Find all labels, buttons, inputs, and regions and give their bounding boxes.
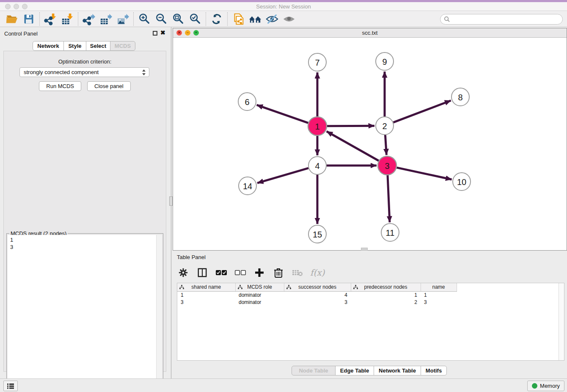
svg-text:8: 8 <box>458 93 462 102</box>
table-row[interactable]: 1dominator411 <box>177 291 457 298</box>
import-network-icon[interactable] <box>42 12 59 26</box>
export-table-icon[interactable] <box>97 12 114 26</box>
column-header-MCDS-role[interactable]: MCDS role <box>235 283 284 291</box>
graph-node-14[interactable]: 14 <box>239 177 256 195</box>
tab-node-table[interactable]: Node Table <box>292 366 336 375</box>
table-scrollbar[interactable] <box>559 283 564 360</box>
memory-button[interactable]: Memory <box>527 381 564 391</box>
svg-text:4: 4 <box>315 161 319 171</box>
graph-node-1[interactable]: 1 <box>308 117 327 135</box>
graph-node-11[interactable]: 11 <box>381 224 399 241</box>
graph-node-4[interactable]: 4 <box>308 157 326 174</box>
column-settings-gear-icon[interactable] <box>177 266 190 279</box>
table-cell[interactable]: 3 <box>177 298 235 306</box>
select-stepper-icon <box>142 69 146 76</box>
graph-node-7[interactable]: 7 <box>308 53 326 71</box>
tab-select[interactable]: Select <box>86 41 110 51</box>
application-window: Session: New Session <box>0 0 567 392</box>
zoom-in-icon[interactable] <box>136 12 153 26</box>
toolbar-separator <box>133 12 134 26</box>
optimization-criterion-select[interactable]: strongly connected component <box>19 67 149 77</box>
graph-node-6[interactable]: 6 <box>238 93 256 110</box>
table-cell[interactable]: 4 <box>284 291 351 298</box>
close-panel-icon[interactable]: ✖ <box>160 30 165 36</box>
delete-column-icon[interactable] <box>272 266 285 279</box>
tab-motifs[interactable]: Motifs <box>421 366 447 375</box>
run-mcds-button[interactable]: Run MCDS <box>39 81 81 91</box>
table-row[interactable]: 3dominator323 <box>177 298 457 306</box>
table-cell[interactable]: 1 <box>421 291 457 298</box>
network-canvas[interactable]: 7968124314101511 <box>173 38 567 250</box>
clone-network-icon[interactable] <box>230 12 247 26</box>
show-panels-list-button[interactable] <box>3 381 18 391</box>
zoom-out-icon[interactable] <box>153 12 170 26</box>
svg-text:2: 2 <box>382 121 387 131</box>
function-builder-icon[interactable]: f(x) <box>310 268 325 278</box>
network-window-title: scc.txt <box>173 30 567 36</box>
graph-node-3[interactable]: 3 <box>378 156 396 175</box>
network-window-titlebar[interactable]: ✕ − + scc.txt <box>173 28 567 38</box>
tab-style[interactable]: Style <box>63 41 86 51</box>
import-table-icon[interactable] <box>59 12 76 26</box>
zoom-fit-icon[interactable] <box>170 12 187 26</box>
open-file-icon[interactable] <box>3 12 20 26</box>
panel-splitter-handle[interactable] <box>169 196 173 206</box>
os-titlebar: Session: New Session <box>0 2 567 11</box>
select-all-checkboxes-icon[interactable] <box>215 266 228 279</box>
create-column-icon[interactable] <box>253 266 266 279</box>
float-panel-icon[interactable] <box>153 31 157 36</box>
graph-edge-2-3[interactable] <box>385 135 386 155</box>
column-header-successor-nodes[interactable]: successor nodes <box>284 283 351 291</box>
column-header-shared-name[interactable]: shared name <box>177 283 235 291</box>
zoom-selected-icon[interactable] <box>187 12 204 26</box>
column-header-name[interactable]: name <box>421 283 457 291</box>
mcds-result-list[interactable]: 13 <box>8 235 156 391</box>
graph-node-8[interactable]: 8 <box>451 88 469 106</box>
tab-network[interactable]: Network <box>33 41 64 51</box>
save-session-icon[interactable] <box>20 12 37 26</box>
graph-node-2[interactable]: 2 <box>376 117 394 135</box>
tab-network-table[interactable]: Network Table <box>374 366 421 375</box>
tab-edge-table[interactable]: Edge Table <box>335 366 374 375</box>
svg-text:7: 7 <box>315 58 319 67</box>
graph-edge-4-14[interactable] <box>257 168 308 183</box>
table-cell[interactable]: 3 <box>421 298 457 306</box>
graph-edge-3-1[interactable] <box>327 131 379 160</box>
control-panel-tabs: NetworkStyleSelectMCDS <box>33 41 135 51</box>
selected-option-label: strongly connected component <box>24 69 99 75</box>
result-scrollbar[interactable] <box>156 235 162 391</box>
close-panel-button[interactable]: Close panel <box>87 81 131 91</box>
table-cell[interactable]: 1 <box>177 291 235 298</box>
graph-node-15[interactable]: 15 <box>308 225 326 243</box>
table-cell[interactable]: 1 <box>351 291 421 298</box>
graph-edge-3-11[interactable] <box>388 175 390 222</box>
svg-text:1: 1 <box>315 122 319 131</box>
mcds-result-group: MCDS result (2 nodes) 13 <box>6 233 163 392</box>
graph-edge-3-10[interactable] <box>396 168 451 179</box>
graph-edge-1-6[interactable] <box>257 105 308 123</box>
deselect-all-checkboxes-icon[interactable] <box>234 266 247 279</box>
table-cell[interactable]: dominator <box>235 291 284 298</box>
toggle-column-view-icon[interactable] <box>196 266 209 279</box>
node-table-grid[interactable]: shared nameMCDS rolesuccessor nodesprede… <box>177 283 457 306</box>
list-icon <box>7 383 14 389</box>
graph-node-9[interactable]: 9 <box>376 52 394 70</box>
hide-details-icon[interactable] <box>264 12 281 26</box>
export-network-icon[interactable] <box>80 12 97 26</box>
network-resize-grip[interactable] <box>361 248 368 251</box>
table-cell[interactable]: dominator <box>235 298 284 306</box>
first-neighbors-icon[interactable] <box>247 12 264 26</box>
search-input[interactable] <box>440 14 563 25</box>
table-cell[interactable]: 3 <box>284 298 351 306</box>
show-details-icon[interactable] <box>281 12 297 26</box>
table-cell[interactable]: 2 <box>351 298 421 306</box>
export-image-icon[interactable] <box>114 12 131 26</box>
tab-mcds[interactable]: MCDS <box>110 41 135 51</box>
delete-table-icon[interactable] <box>291 266 304 279</box>
graph-edge-2-8[interactable] <box>394 101 451 123</box>
mcds-panel: Optimization criterion: strongly connect… <box>3 51 166 372</box>
apply-layout-icon[interactable] <box>208 12 225 26</box>
graph-edge-1-2[interactable] <box>327 126 374 126</box>
graph-node-10[interactable]: 10 <box>453 173 471 190</box>
column-header-predecessor-nodes[interactable]: predecessor nodes <box>351 283 421 291</box>
